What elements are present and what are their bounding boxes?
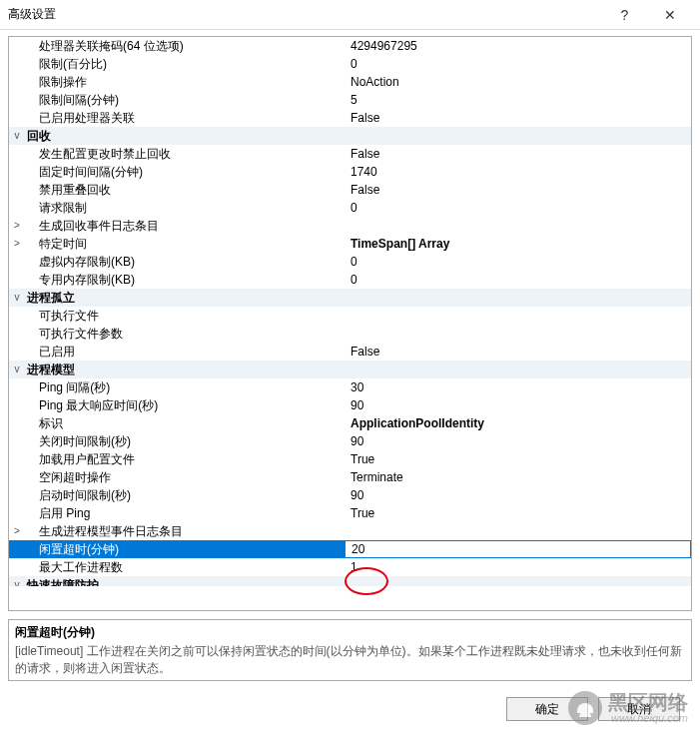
expand-spacer	[9, 181, 25, 199]
property-row[interactable]: Ping 间隔(秒)30	[9, 378, 691, 396]
property-row[interactable]: 可执行文件	[9, 307, 691, 325]
property-value	[345, 361, 691, 378]
expand-spacer	[9, 199, 25, 217]
property-label: 进程模型	[25, 361, 345, 378]
property-row[interactable]: 空闲超时操作Terminate	[9, 468, 691, 486]
expand-spacer	[9, 145, 25, 163]
property-row[interactable]: 加载用户配置文件True	[9, 450, 691, 468]
property-label: 加载用户配置文件	[25, 450, 345, 468]
property-row[interactable]: 禁用重叠回收False	[9, 181, 691, 199]
expand-spacer	[9, 73, 25, 91]
property-label: 已启用处理器关联	[25, 109, 345, 127]
property-value	[345, 576, 691, 586]
property-value	[345, 217, 691, 235]
property-row[interactable]: 已启用处理器关联False	[9, 109, 691, 127]
property-value: 90	[345, 432, 691, 450]
property-row[interactable]: 限制间隔(分钟)5	[9, 91, 691, 109]
property-row[interactable]: 可执行文件参数	[9, 325, 691, 343]
property-label: 可执行文件参数	[25, 325, 345, 343]
expand-spacer	[9, 163, 25, 181]
expand-spacer	[9, 450, 25, 468]
expand-icon[interactable]: v	[9, 127, 25, 145]
property-label: 请求限制	[25, 199, 345, 217]
expand-spacer	[9, 109, 25, 127]
expand-icon[interactable]: >	[9, 235, 25, 253]
property-row[interactable]: 处理器关联掩码(64 位选项)4294967295	[9, 37, 691, 55]
ok-button[interactable]: 确定	[506, 697, 588, 721]
property-row[interactable]: 启动时间限制(秒)90	[9, 486, 691, 504]
expand-spacer	[9, 468, 25, 486]
expand-icon[interactable]: >	[9, 522, 25, 540]
property-label: 专用内存限制(KB)	[25, 271, 345, 289]
property-value	[345, 307, 691, 325]
property-value: Terminate	[345, 468, 691, 486]
property-label: 生成进程模型事件日志条目	[25, 522, 345, 540]
property-value: 1	[345, 558, 691, 576]
property-label: Ping 间隔(秒)	[25, 378, 345, 396]
property-label: 快速故障防护	[25, 576, 345, 586]
property-value[interactable]: 20	[345, 540, 691, 558]
category-row[interactable]: v回收	[9, 127, 691, 145]
property-label: 限制间隔(分钟)	[25, 91, 345, 109]
property-label: 生成回收事件日志条目	[25, 217, 345, 235]
property-row[interactable]: 虚拟内存限制(KB)0	[9, 253, 691, 271]
property-label: 进程孤立	[25, 289, 345, 307]
property-label: 闲置超时(分钟)	[25, 540, 345, 558]
property-row[interactable]: Ping 最大响应时间(秒)90	[9, 396, 691, 414]
property-value: 1740	[345, 163, 691, 181]
property-row[interactable]: >生成回收事件日志条目	[9, 217, 691, 235]
property-grid-body[interactable]: 处理器关联掩码(64 位选项)4294967295限制(百分比)0限制操作NoA…	[9, 37, 691, 610]
property-row[interactable]: 最大工作进程数1	[9, 558, 691, 576]
property-value	[345, 325, 691, 343]
property-value	[345, 127, 691, 145]
category-row[interactable]: v进程孤立	[9, 289, 691, 307]
expand-spacer	[9, 504, 25, 522]
property-row[interactable]: 专用内存限制(KB)0	[9, 271, 691, 289]
property-row[interactable]: 请求限制0	[9, 199, 691, 217]
property-row[interactable]: 已启用False	[9, 343, 691, 361]
help-button[interactable]: ?	[602, 1, 647, 29]
expand-icon[interactable]: >	[9, 217, 25, 235]
expand-spacer	[9, 486, 25, 504]
property-label: 虚拟内存限制(KB)	[25, 253, 345, 271]
titlebar: 高级设置 ? ✕	[0, 0, 700, 30]
property-label: 空闲超时操作	[25, 468, 345, 486]
property-value: False	[345, 181, 691, 199]
description-panel: 闲置超时(分钟) [idleTimeout] 工作进程在关闭之前可以保持闲置状态…	[8, 619, 692, 681]
dialog-footer: 确定 取消	[0, 691, 700, 727]
expand-spacer	[9, 540, 25, 558]
property-row[interactable]: >特定时间TimeSpan[] Array	[9, 235, 691, 253]
property-value: 0	[345, 55, 691, 73]
expand-spacer	[9, 343, 25, 361]
cancel-button[interactable]: 取消	[598, 697, 680, 721]
expand-spacer	[9, 414, 25, 432]
property-row[interactable]: >生成进程模型事件日志条目	[9, 522, 691, 540]
close-button[interactable]: ✕	[647, 1, 692, 29]
expand-spacer	[9, 253, 25, 271]
expand-spacer	[9, 307, 25, 325]
property-row[interactable]: 发生配置更改时禁止回收False	[9, 145, 691, 163]
property-row[interactable]: 限制(百分比)0	[9, 55, 691, 73]
expand-spacer	[9, 55, 25, 73]
property-value: NoAction	[345, 73, 691, 91]
property-value: False	[345, 145, 691, 163]
property-row[interactable]: 关闭时间限制(秒)90	[9, 432, 691, 450]
selected-row[interactable]: 闲置超时(分钟)20	[9, 540, 691, 558]
property-value: 90	[345, 486, 691, 504]
expand-icon[interactable]: v	[9, 361, 25, 378]
expand-icon[interactable]: v	[9, 576, 25, 586]
category-row[interactable]: v快速故障防护	[9, 576, 691, 586]
expand-spacer	[9, 378, 25, 396]
property-value: False	[345, 343, 691, 361]
property-row[interactable]: 标识ApplicationPoolIdentity	[9, 414, 691, 432]
property-value: False	[345, 109, 691, 127]
property-value: 30	[345, 378, 691, 396]
property-value: 0	[345, 199, 691, 217]
property-row[interactable]: 固定时间间隔(分钟)1740	[9, 163, 691, 181]
property-label: 关闭时间限制(秒)	[25, 432, 345, 450]
property-row[interactable]: 限制操作NoAction	[9, 73, 691, 91]
property-row[interactable]: 启用 PingTrue	[9, 504, 691, 522]
expand-icon[interactable]: v	[9, 289, 25, 307]
category-row[interactable]: v进程模型	[9, 361, 691, 378]
property-label: Ping 最大响应时间(秒)	[25, 396, 345, 414]
